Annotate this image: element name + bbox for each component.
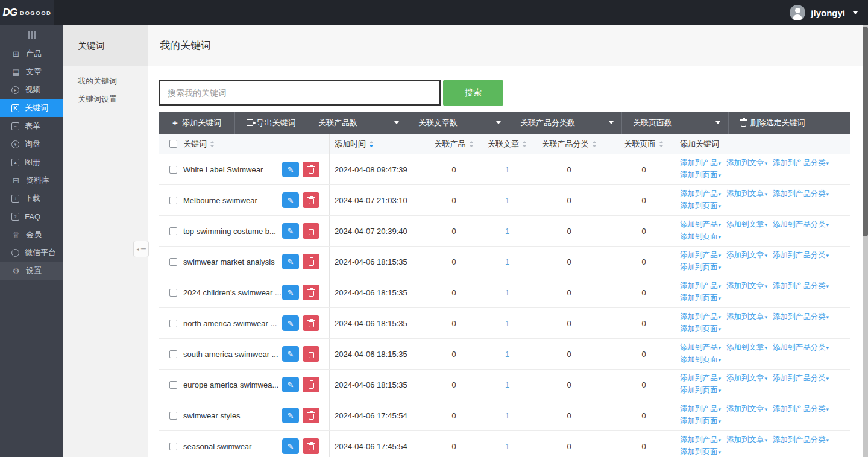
edit-keyword-button[interactable]: ✎ (282, 162, 299, 177)
header-added-time[interactable]: 添加时间 (330, 134, 420, 154)
add-to-page-link[interactable]: 添加到页面▾ (680, 354, 721, 366)
add-to-category-link[interactable]: 添加到产品分类▾ (773, 403, 829, 415)
add-to-product-link[interactable]: 添加到产品▾ (680, 434, 721, 446)
add-to-product-link[interactable]: 添加到产品▾ (680, 280, 721, 292)
sidebar-item-settings[interactable]: ⚙ 设置 (0, 262, 63, 280)
delete-keyword-button[interactable] (303, 438, 319, 454)
add-to-page-link[interactable]: 添加到页面▾ (680, 169, 721, 181)
header-related-pages[interactable]: 关联页面 (611, 134, 676, 154)
row-checkbox[interactable] (169, 320, 177, 327)
sidebar-item-faq[interactable]: ? FAQ (0, 207, 63, 225)
edit-keyword-button[interactable]: ✎ (282, 408, 299, 423)
add-to-article-link[interactable]: 添加到文章▾ (726, 157, 767, 169)
add-to-article-link[interactable]: 添加到文章▾ (726, 311, 767, 323)
add-to-page-link[interactable]: 添加到页面▾ (680, 262, 721, 274)
related-products-count-dropdown[interactable]: 关联产品数 (307, 112, 407, 134)
add-to-page-link[interactable]: 添加到页面▾ (680, 200, 721, 212)
add-to-category-link[interactable]: 添加到产品分类▾ (773, 280, 829, 292)
delete-keyword-button[interactable] (303, 315, 319, 331)
edit-keyword-button[interactable]: ✎ (282, 377, 299, 392)
related-articles-count-link[interactable]: 1 (505, 319, 509, 328)
edit-keyword-button[interactable]: ✎ (282, 254, 299, 269)
header-related-products[interactable]: 关联产品 (420, 134, 488, 154)
related-articles-count-link[interactable]: 1 (505, 380, 509, 389)
add-to-page-link[interactable]: 添加到页面▾ (680, 415, 721, 427)
sidebar-item-members[interactable]: ♕ 会员 (0, 225, 63, 244)
related-articles-count-link[interactable]: 1 (505, 288, 509, 297)
search-button[interactable]: 搜索 (443, 80, 503, 106)
add-to-category-link[interactable]: 添加到产品分类▾ (773, 219, 829, 231)
row-checkbox[interactable] (169, 412, 177, 420)
row-checkbox[interactable] (169, 227, 177, 235)
header-keyword[interactable]: 关键词 (183, 134, 330, 154)
related-articles-count-link[interactable]: 1 (505, 196, 509, 205)
add-to-product-link[interactable]: 添加到产品▾ (680, 342, 721, 354)
add-to-category-link[interactable]: 添加到产品分类▾ (773, 342, 829, 354)
delete-keyword-button[interactable] (303, 408, 319, 423)
add-keyword-button[interactable]: + 添加关键词 (159, 112, 235, 134)
page-scrollbar[interactable] (863, 25, 868, 457)
add-to-article-link[interactable]: 添加到文章▾ (726, 219, 767, 231)
sidebar-collapse-button[interactable] (0, 25, 63, 45)
sidebar-item-forms[interactable]: ≡ 表单 (0, 117, 63, 135)
export-keywords-button[interactable]: 导出关键词 (235, 112, 307, 134)
delete-selected-keywords-button[interactable]: 删除选定关键词 (729, 112, 817, 134)
user-menu[interactable]: jlyongyi (790, 0, 868, 25)
edit-keyword-button[interactable]: ✎ (282, 223, 299, 239)
delete-keyword-button[interactable] (303, 346, 319, 362)
add-to-category-link[interactable]: 添加到产品分类▾ (773, 434, 829, 446)
add-to-article-link[interactable]: 添加到文章▾ (726, 280, 767, 292)
sidebar-item-downloads[interactable]: ↓ 下载 (0, 189, 63, 207)
delete-keyword-button[interactable] (303, 223, 319, 239)
edit-keyword-button[interactable]: ✎ (282, 346, 299, 362)
related-pages-count-dropdown[interactable]: 关联页面数 (622, 112, 729, 134)
related-categories-count-dropdown[interactable]: 关联产品分类数 (509, 112, 622, 134)
header-related-categories[interactable]: 关联产品分类 (527, 134, 611, 154)
related-articles-count-link[interactable]: 1 (505, 227, 509, 236)
related-articles-count-link[interactable]: 1 (505, 442, 509, 451)
related-articles-count-link[interactable]: 1 (505, 411, 509, 420)
edit-keyword-button[interactable]: ✎ (282, 285, 299, 300)
delete-keyword-button[interactable] (303, 162, 319, 177)
row-checkbox[interactable] (169, 443, 177, 450)
add-to-page-link[interactable]: 添加到页面▾ (680, 385, 721, 397)
sidebar-item-videos[interactable]: ▸ 视频 (0, 81, 63, 99)
row-checkbox[interactable] (169, 258, 177, 266)
row-checkbox[interactable] (169, 350, 177, 358)
related-articles-count-link[interactable]: 1 (505, 350, 509, 359)
add-to-article-link[interactable]: 添加到文章▾ (726, 342, 767, 354)
edit-keyword-button[interactable]: ✎ (282, 192, 299, 208)
add-to-page-link[interactable]: 添加到页面▾ (680, 323, 721, 335)
add-to-product-link[interactable]: 添加到产品▾ (680, 188, 721, 200)
sidebar-item-wechat[interactable]: … 微信平台 (0, 244, 63, 262)
search-input[interactable] (159, 80, 441, 106)
related-articles-count-link[interactable]: 1 (505, 257, 509, 266)
subside-item-keyword-settings[interactable]: 关键词设置 (63, 90, 148, 109)
add-to-product-link[interactable]: 添加到产品▾ (680, 219, 721, 231)
add-to-product-link[interactable]: 添加到产品▾ (680, 311, 721, 323)
add-to-page-link[interactable]: 添加到页面▾ (680, 231, 721, 243)
add-to-category-link[interactable]: 添加到产品分类▾ (773, 311, 829, 323)
add-to-article-link[interactable]: 添加到文章▾ (726, 434, 767, 446)
delete-keyword-button[interactable] (303, 254, 319, 269)
add-to-page-link[interactable]: 添加到页面▾ (680, 292, 721, 304)
add-to-page-link[interactable]: 添加到页面▾ (680, 446, 721, 457)
header-related-articles[interactable]: 关联文章 (488, 134, 527, 154)
add-to-category-link[interactable]: 添加到产品分类▾ (773, 157, 829, 169)
add-to-category-link[interactable]: 添加到产品分类▾ (773, 188, 829, 200)
delete-keyword-button[interactable] (303, 192, 319, 208)
subside-item-my-keywords[interactable]: 我的关键词 (63, 72, 148, 90)
add-to-product-link[interactable]: 添加到产品▾ (680, 373, 721, 385)
scrollbar-thumb[interactable] (863, 27, 868, 236)
select-all-checkbox[interactable] (169, 140, 177, 148)
row-checkbox[interactable] (169, 381, 177, 389)
sidebar-item-library[interactable]: ⊟ 资料库 (0, 171, 63, 189)
edit-keyword-button[interactable]: ✎ (282, 315, 299, 331)
edit-keyword-button[interactable]: ✎ (282, 438, 299, 454)
sidebar-item-albums[interactable]: ▴ 图册 (0, 153, 63, 171)
add-to-article-link[interactable]: 添加到文章▾ (726, 250, 767, 262)
delete-keyword-button[interactable] (303, 377, 319, 392)
add-to-article-link[interactable]: 添加到文章▾ (726, 188, 767, 200)
sidebar-item-products[interactable]: ⊞ 产品 (0, 45, 63, 63)
add-to-product-link[interactable]: 添加到产品▾ (680, 157, 721, 169)
